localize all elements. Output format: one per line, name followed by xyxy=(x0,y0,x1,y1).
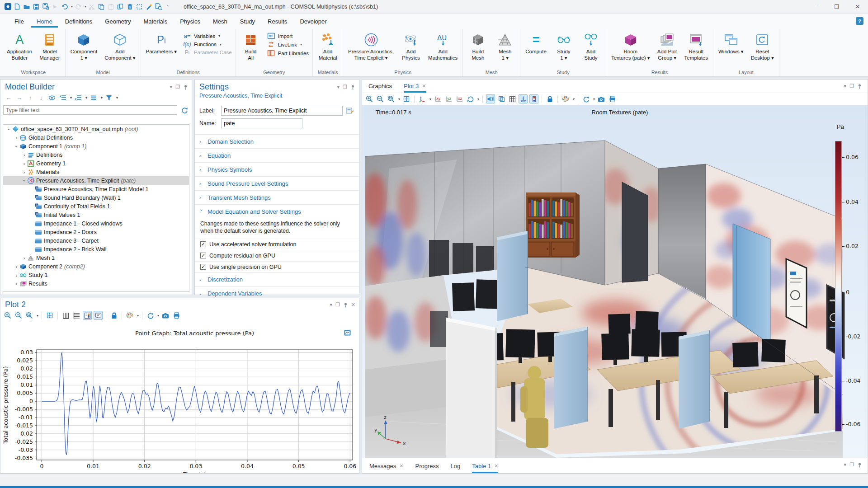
more-commands-button[interactable]: ˇ xyxy=(164,3,172,11)
x-axis-log-button[interactable] xyxy=(61,311,70,320)
build-mesh-button[interactable]: Build Mesh xyxy=(465,30,491,61)
windows-button[interactable]: Windows ▾ xyxy=(715,30,747,55)
minimize-button[interactable]: – xyxy=(806,0,826,14)
tree-filter-input[interactable] xyxy=(3,105,177,115)
y-axis-log-button[interactable] xyxy=(72,311,81,320)
rotate-view-button[interactable] xyxy=(466,94,475,103)
color-theme-button-caret[interactable]: ▾ xyxy=(137,314,139,318)
run-button[interactable]: ▶ xyxy=(51,3,59,11)
checkbox-compute-residual-on-gpu[interactable]: ✓Compute residual on GPU xyxy=(195,250,359,261)
tree-item-global-definitions[interactable]: ›Global Definitions xyxy=(3,133,189,142)
point-graph-chart[interactable]: 00.010.020.030.040.050.060.030.0250.020.… xyxy=(0,326,359,473)
name-field[interactable] xyxy=(221,118,302,128)
expander[interactable]: › xyxy=(6,127,12,132)
menu-file[interactable]: File xyxy=(9,15,29,28)
expander[interactable]: › xyxy=(14,135,19,141)
go-to-yz-view-button[interactable]: yz xyxy=(444,94,453,103)
undo-button-caret[interactable]: ▾ xyxy=(71,5,73,9)
pin-panel-icon[interactable] xyxy=(857,462,862,468)
tree-item-sound-hard-boundary-wall-1[interactable]: DSound Hard Boundary (Wall) 1 xyxy=(3,193,189,202)
tree-item-impedance-2-doors[interactable]: Impedance 2 - Doors xyxy=(3,228,189,236)
print-button[interactable] xyxy=(608,94,617,103)
section-discretization[interactable]: ›Discretization xyxy=(195,272,359,286)
move-up-button[interactable]: ↑ xyxy=(26,93,35,102)
zoom-out-button[interactable] xyxy=(376,94,385,103)
select-region-button[interactable] xyxy=(135,3,143,11)
color-theme-button[interactable] xyxy=(125,311,134,320)
tab-log[interactable]: Log xyxy=(451,463,461,473)
open-button[interactable] xyxy=(23,3,31,11)
import-button[interactable]: Import xyxy=(267,33,309,39)
move-down-button[interactable]: ↓ xyxy=(37,93,46,102)
pin-panel-icon[interactable] xyxy=(183,84,188,90)
tab-progress[interactable]: Progress xyxy=(415,463,439,473)
parameter-case-button[interactable]: PiParameter Case xyxy=(183,49,232,56)
pin-panel-icon[interactable] xyxy=(350,84,355,90)
zoom-extents-button[interactable] xyxy=(45,311,54,320)
zoom-box-button[interactable] xyxy=(387,94,396,103)
reset-desktop-button[interactable]: Reset Desktop ▾ xyxy=(748,30,777,61)
image-snapshot-button[interactable] xyxy=(597,94,606,103)
mesh-1-button[interactable]: Mesh 1 ▾ xyxy=(492,30,518,61)
float-panel-icon[interactable]: ❐ xyxy=(335,302,340,308)
tree-item-study-1[interactable]: ›Study 1 xyxy=(3,271,189,279)
show-button[interactable] xyxy=(47,93,57,102)
zoom-out-button[interactable] xyxy=(14,311,23,320)
tree-item-initial-values-1[interactable]: DInitial Values 1 xyxy=(3,211,189,219)
maximize-button[interactable]: ❐ xyxy=(826,0,847,14)
expand-all-button-caret[interactable]: ▾ xyxy=(85,96,87,100)
tree-item-results[interactable]: ›Results xyxy=(3,279,189,288)
collapse-all-button-caret[interactable]: ▾ xyxy=(70,96,72,100)
variables-button[interactable]: a=Variables▾ xyxy=(183,33,232,39)
add-mathematics-button[interactable]: ΔUAdd Mathematics xyxy=(425,30,461,61)
expand-all-button[interactable] xyxy=(74,93,83,102)
tree-item-definitions[interactable]: ›Definitions xyxy=(3,150,189,159)
play-sound-button[interactable] xyxy=(486,94,495,103)
graphics-viewport[interactable]: z x y Time=0.017 s Room Textures (pate) … xyxy=(362,105,868,458)
section-domain-selection[interactable]: ›Domain Selection xyxy=(195,134,359,148)
save-as-button[interactable] xyxy=(42,3,50,11)
panel-menu-icon[interactable]: ▾ xyxy=(844,83,847,89)
rotate-view-button-caret[interactable]: ▾ xyxy=(477,97,479,101)
label-field[interactable] xyxy=(221,106,343,116)
expander[interactable]: › xyxy=(21,161,27,166)
functions-button[interactable]: f(x)Functions▾ xyxy=(183,41,232,47)
new-file-button[interactable] xyxy=(13,3,21,11)
section-equation[interactable]: ›Equation xyxy=(195,148,359,162)
checkbox-icon[interactable]: ✓ xyxy=(200,264,206,270)
section-physics-symbols[interactable]: ›Physics Symbols xyxy=(195,162,359,176)
checkbox-use-single-precision-on-gpu[interactable]: ✓Use single precision on GPU xyxy=(195,261,359,272)
save-button[interactable] xyxy=(32,3,40,11)
component-1-button[interactable]: Component 1 ▾ xyxy=(67,30,100,61)
expander[interactable]: › xyxy=(21,169,27,175)
panel-menu-icon[interactable]: ▾ xyxy=(844,462,847,468)
close-tab-icon[interactable]: ✕ xyxy=(422,83,426,89)
print-button[interactable] xyxy=(172,311,181,320)
go-to-xz-view-button[interactable]: xz xyxy=(455,94,464,103)
collapse-all-button[interactable] xyxy=(58,93,67,102)
plot-update-button[interactable] xyxy=(146,311,155,320)
paste-button[interactable] xyxy=(107,3,115,11)
section-sound-pressure-level-settings[interactable]: ›Sound Pressure Level Settings xyxy=(195,176,359,190)
color-theme-button[interactable] xyxy=(561,94,570,103)
tree-item-continuity-of-total-fields-1[interactable]: DContinuity of Total Fields 1 xyxy=(3,202,189,211)
part-libraries-button[interactable]: Part Libraries xyxy=(267,50,309,56)
menu-study[interactable]: Study xyxy=(235,15,260,28)
redo-button-caret[interactable]: ▾ xyxy=(85,5,86,9)
zoom-box-button-caret[interactable]: ▾ xyxy=(37,314,38,318)
expander[interactable]: › xyxy=(21,152,27,158)
expander[interactable]: › xyxy=(21,178,27,183)
add-study-button[interactable]: Add Study xyxy=(578,30,604,61)
room-textures-button[interactable]: Room Textures (pate) ▾ xyxy=(608,30,653,61)
checkbox-icon[interactable]: ✓ xyxy=(200,241,206,247)
float-panel-icon[interactable]: ❐ xyxy=(849,462,854,468)
nav-back-button[interactable]: ← xyxy=(4,93,13,102)
study-1-button[interactable]: Study 1 ▾ xyxy=(551,30,577,61)
menu-mesh[interactable]: Mesh xyxy=(208,15,233,28)
help-icon[interactable]: ? xyxy=(856,17,863,25)
tree-item-impedance-3-carpet[interactable]: Impedance 3 - Carpet xyxy=(3,236,189,245)
color-theme-button-caret[interactable]: ▾ xyxy=(573,97,575,101)
close-tab-icon[interactable]: ✕ xyxy=(399,463,403,469)
filter-button[interactable] xyxy=(104,93,113,102)
plot-update-button-caret[interactable]: ▾ xyxy=(593,97,595,101)
